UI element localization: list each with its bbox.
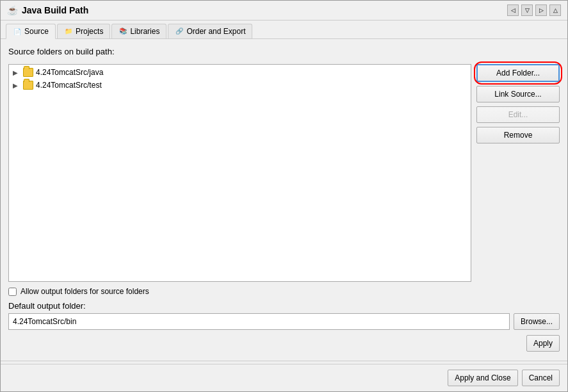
browse-button[interactable]: Browse... (514, 313, 560, 330)
list-item[interactable]: ▶ 4.24TomcatSrc/test (9, 79, 471, 92)
source-item-label: 4.24TomcatSrc/java (36, 68, 103, 77)
nav-down-button[interactable]: ▽ (521, 4, 533, 16)
main-panel: ▶ 4.24TomcatSrc/java ▶ 4.24TomcatSrc/tes… (8, 64, 560, 282)
source-list-container: ▶ 4.24TomcatSrc/java ▶ 4.24TomcatSrc/tes… (8, 64, 471, 282)
main-window: ☕ Java Build Path ◁ ▽ ▷ △ 📄 Source 📁 Pro… (0, 0, 568, 392)
section-label: Source folders on build path: (8, 47, 560, 56)
apply-row: Apply (8, 335, 560, 353)
title-bar: ☕ Java Build Path ◁ ▽ ▷ △ (1, 1, 567, 20)
title-bar-left: ☕ Java Build Path (7, 5, 88, 15)
tree-arrow: ▶ (13, 82, 20, 89)
divider (1, 361, 567, 361)
edit-button[interactable]: Edit... (476, 106, 560, 123)
tab-source[interactable]: 📄 Source (6, 24, 56, 39)
cancel-button[interactable]: Cancel (522, 370, 560, 386)
title-bar-controls: ◁ ▽ ▷ △ (507, 4, 561, 16)
source-item-label: 4.24TomcatSrc/test (36, 81, 102, 90)
source-tab-icon: 📄 (13, 27, 22, 36)
apply-button[interactable]: Apply (526, 335, 560, 352)
tab-source-label: Source (24, 27, 49, 36)
folder-icon (23, 68, 33, 77)
projects-tab-icon: 📁 (64, 27, 73, 36)
libraries-tab-icon: 📚 (118, 27, 127, 36)
nav-back-button[interactable]: ◁ (507, 4, 519, 16)
tabs-bar: 📄 Source 📁 Projects 📚 Libraries 🔗 Order … (1, 20, 567, 39)
link-source-button[interactable]: Link Source... (476, 86, 560, 102)
window-title-icon: ☕ (7, 5, 18, 15)
output-folder-input[interactable] (8, 313, 510, 330)
remove-button[interactable]: Remove (476, 127, 560, 143)
allow-output-folders-checkbox[interactable] (8, 288, 17, 296)
output-folder-row: Default output folder: Browse... (8, 301, 560, 330)
tab-libraries[interactable]: 📚 Libraries (111, 24, 166, 38)
add-folder-button[interactable]: Add Folder... (476, 64, 560, 82)
tab-order-export-label: Order and Export (186, 27, 245, 36)
tab-projects[interactable]: 📁 Projects (57, 24, 110, 38)
allow-output-folders-label: Allow output folders for source folders (20, 287, 149, 296)
list-item[interactable]: ▶ 4.24TomcatSrc/java (9, 66, 471, 79)
apply-and-close-button[interactable]: Apply and Close (448, 370, 517, 386)
order-export-tab-icon: 🔗 (175, 27, 184, 36)
tab-projects-label: Projects (76, 27, 103, 36)
tab-order-export[interactable]: 🔗 Order and Export (168, 24, 252, 38)
folder-icon (23, 81, 33, 90)
bottom-bar: Apply and Close Cancel (1, 364, 567, 391)
window-title: Java Build Path (22, 5, 88, 15)
source-list: ▶ 4.24TomcatSrc/java ▶ 4.24TomcatSrc/tes… (9, 65, 471, 93)
tree-arrow: ▶ (13, 69, 20, 76)
output-folder-input-row: Browse... (8, 313, 560, 330)
nav-forward-button[interactable]: ▷ (535, 4, 547, 16)
buttons-column: Add Folder... Link Source... Edit... Rem… (476, 64, 560, 282)
output-folder-label: Default output folder: (8, 301, 560, 311)
tab-libraries-label: Libraries (130, 27, 159, 36)
checkbox-row: Allow output folders for source folders (8, 287, 560, 296)
nav-up-button[interactable]: △ (549, 4, 561, 16)
content-area: Source folders on build path: ▶ 4.24Tomc… (1, 39, 567, 358)
